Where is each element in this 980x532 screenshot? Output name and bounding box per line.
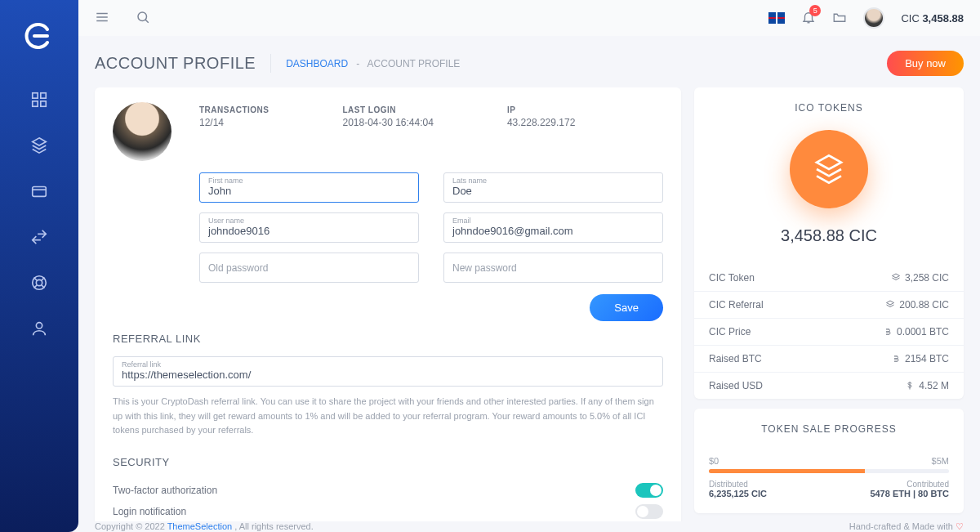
brand-logo	[23, 20, 56, 52]
footer: Copyright © 2022 ThemeSelection , All ri…	[78, 521, 980, 532]
svg-rect-1	[41, 93, 46, 98]
referral-title: REFERRAL LINK	[113, 333, 663, 345]
notifications-button[interactable]: 5	[801, 10, 816, 27]
username-input[interactable]	[208, 225, 410, 237]
ico-amount: 3,458.88 CIC	[709, 226, 949, 245]
ico-row-label: Raised BTC	[709, 353, 762, 364]
old-password-field[interactable]	[199, 253, 419, 283]
contributed-value: 5478 ETH | 80 BTC	[870, 489, 949, 498]
ico-row-value: 0.0001 BTC	[883, 326, 949, 338]
two-factor-label: Two-factor authorization	[113, 485, 217, 496]
footer-brand-link[interactable]: ThemeSelection	[167, 521, 233, 531]
breadcrumb-root[interactable]: DASHBOARD	[286, 58, 348, 69]
contributed-label: Contributed	[870, 480, 949, 489]
security-title: SECURITY	[113, 456, 663, 468]
last-login-label: LAST LOGIN	[342, 105, 433, 114]
page-title: ACCOUNT PROFILE	[95, 54, 271, 73]
referral-link-input[interactable]	[122, 369, 654, 381]
email-input[interactable]	[452, 225, 654, 237]
folder-icon[interactable]	[832, 10, 847, 27]
svg-point-11	[138, 12, 147, 21]
new-password-input[interactable]	[452, 262, 654, 274]
ico-row: CIC Token 3,258 CIC	[694, 265, 964, 291]
ico-row: Raised BTC 2154 BTC	[694, 345, 964, 372]
menu-toggle-icon[interactable]	[95, 10, 109, 27]
sidebar	[0, 0, 78, 532]
ico-row-value: 4.52 M	[905, 380, 949, 391]
progress-title: TOKEN SALE PROGRESS	[709, 423, 949, 435]
last-name-field[interactable]: Lats name	[443, 172, 663, 203]
profile-card: TRANSACTIONS 12/14 LAST LOGIN 2018-04-30…	[95, 87, 681, 532]
ico-circle-icon	[790, 130, 868, 208]
heart-icon: ♡	[956, 521, 964, 531]
notification-badge: 5	[809, 5, 821, 16]
search-icon[interactable]	[136, 10, 150, 27]
ico-title: ICO TOKENS	[709, 102, 949, 114]
first-name-field[interactable]: First name	[199, 172, 419, 203]
svg-rect-2	[33, 101, 38, 106]
old-password-input[interactable]	[208, 262, 410, 274]
ico-row-label: CIC Referral	[709, 299, 764, 311]
last-name-input[interactable]	[452, 185, 654, 197]
sidebar-item-exchange[interactable]	[20, 217, 59, 257]
sidebar-item-profile[interactable]	[20, 309, 59, 348]
ico-row: Raised USD 4.52 M	[694, 372, 964, 399]
sidebar-item-wallet[interactable]	[20, 172, 59, 211]
language-flag-icon[interactable]	[768, 12, 785, 24]
svg-point-7	[36, 323, 42, 329]
last-login-value: 2018-04-30 16:44:04	[342, 117, 433, 128]
ico-row-value: 2154 BTC	[891, 353, 949, 364]
save-button[interactable]: Save	[590, 294, 663, 321]
ip-value: 43.228.229.172	[507, 117, 575, 128]
ip-label: IP	[507, 105, 575, 114]
svg-rect-4	[33, 187, 47, 197]
ico-row: CIC Referral 200.88 CIC	[694, 291, 964, 318]
profile-avatar	[113, 102, 172, 161]
progress-bar	[709, 469, 949, 473]
progress-min: $0	[709, 456, 719, 466]
username-field[interactable]: User name	[199, 212, 419, 243]
breadcrumb-current: ACCOUNT PROFILE	[368, 58, 461, 69]
transactions-label: TRANSACTIONS	[199, 105, 269, 114]
transactions-value: 12/14	[199, 117, 269, 128]
header-balance: CIC 3,458.88	[901, 12, 964, 25]
sidebar-item-tokens[interactable]	[20, 126, 59, 165]
ico-row: CIC Price 0.0001 BTC	[694, 318, 964, 345]
breadcrumb: DASHBOARD - ACCOUNT PROFILE	[286, 58, 460, 69]
ico-row-label: CIC Token	[709, 272, 755, 284]
distributed-label: Distributed	[709, 480, 767, 489]
referral-helper: This is your CryptoDash referral link. Y…	[113, 395, 663, 438]
ico-row-value: 3,258 CIC	[891, 272, 949, 284]
sidebar-item-dashboard[interactable]	[20, 80, 59, 119]
progress-max: $5M	[932, 456, 949, 466]
svg-line-12	[145, 20, 149, 23]
ico-row-value: 200.88 CIC	[885, 299, 949, 311]
svg-rect-0	[33, 93, 38, 98]
login-notif-label: Login notification	[113, 506, 186, 517]
user-avatar[interactable]	[863, 7, 884, 29]
buy-now-button[interactable]: Buy now	[887, 51, 964, 76]
email-field[interactable]: Email	[443, 212, 663, 243]
referral-link-field[interactable]: Referral link	[113, 356, 663, 387]
progress-card: TOKEN SALE PROGRESS $0 $5M Distributed 6…	[694, 409, 964, 513]
two-factor-toggle[interactable]	[635, 483, 663, 498]
sidebar-item-support[interactable]	[20, 263, 59, 302]
svg-point-6	[36, 279, 42, 285]
login-notif-toggle[interactable]	[635, 504, 663, 519]
new-password-field[interactable]	[443, 253, 663, 283]
ico-row-label: Raised USD	[709, 380, 763, 391]
ico-row-label: CIC Price	[709, 326, 751, 338]
first-name-input[interactable]	[208, 185, 410, 197]
distributed-value: 6,235,125 CIC	[709, 489, 767, 498]
ico-tokens-card: ICO TOKENS 3,458.88 CIC CIC Token 3,258 …	[694, 87, 964, 399]
topbar: 5 CIC 3,458.88	[78, 0, 980, 36]
svg-rect-3	[41, 101, 46, 106]
